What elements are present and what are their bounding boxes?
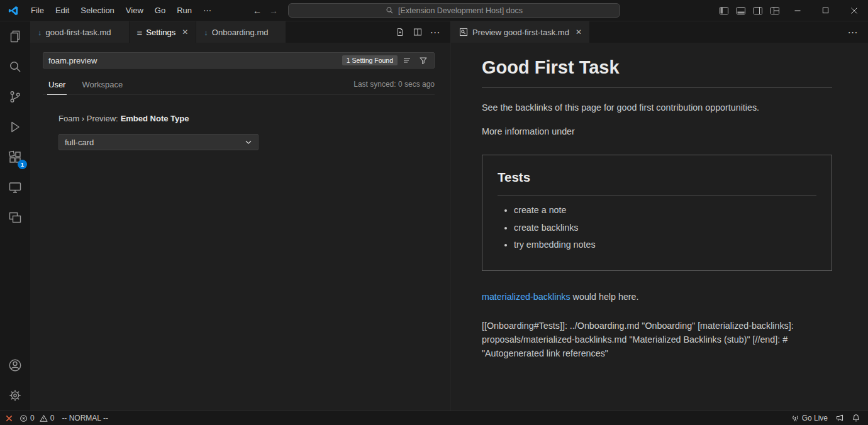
command-center-label: [Extension Development Host] docs [398, 6, 523, 15]
toggle-secondary-sidebar-icon[interactable] [749, 0, 766, 21]
settings-found-badge: 1 Setting Found [342, 55, 398, 65]
menu-selection[interactable]: Selection [75, 3, 120, 18]
search-view-icon[interactable] [0, 52, 30, 82]
errors-count: 0 [30, 414, 35, 422]
markdown-file-icon: ↓ [204, 28, 208, 37]
title-bar: File Edit Selection View Go Run ⋯ ← → [E… [0, 0, 868, 21]
status-bar-right: Go Live [787, 411, 864, 425]
remote-explorer-icon[interactable] [0, 172, 30, 202]
tab-bar-left: ↓ good-first-task.md ≡ Settings ✕ ↓ Onbo… [30, 21, 450, 43]
source-control-icon[interactable] [0, 82, 30, 112]
split-editor-icon[interactable] [410, 25, 425, 40]
vim-mode-status[interactable]: -- NORMAL -- [58, 411, 112, 425]
editor-actions-left: ⋯ [392, 21, 450, 43]
feedback-icon[interactable] [832, 411, 848, 425]
menu-go[interactable]: Go [149, 3, 171, 18]
windows-panels-icon[interactable] [0, 202, 30, 233]
markdown-preview-pane: Good First Task See the backlinks of thi… [451, 43, 868, 360]
main-area: 1 ↓ good-first-task.md [0, 21, 868, 411]
embed-note-type-select[interactable]: full-card [58, 134, 259, 150]
materialized-backlinks-link[interactable]: materialized-backlinks [482, 292, 570, 302]
embedded-note-list: create a note create backlinks try embed… [498, 204, 816, 251]
broadcast-tower-icon [791, 414, 799, 422]
back-button[interactable]: ← [250, 6, 264, 16]
filter-lines-icon[interactable] [400, 53, 414, 67]
problems-status[interactable]: 0 0 [16, 411, 58, 425]
editor-group-left: ↓ good-first-task.md ≡ Settings ✕ ↓ Onbo… [30, 21, 450, 411]
toggle-panel-icon[interactable] [732, 0, 749, 21]
editor-actions-right: ⋯ [845, 21, 868, 43]
scope-tab-user[interactable]: User [47, 77, 67, 95]
titlebar-right [715, 0, 868, 21]
embed-bullet-item: try embedding notes [514, 238, 816, 251]
embedded-note-card: Tests create a note create backlinks try… [482, 155, 832, 271]
setting-name: Embed Note Type [121, 114, 189, 123]
customize-layout-icon[interactable] [766, 0, 783, 21]
close-tab-icon[interactable]: ✕ [182, 28, 188, 36]
embedded-note-title: Tests [498, 168, 816, 196]
tab-settings[interactable]: ≡ Settings ✕ [130, 21, 197, 43]
explorer-icon[interactable] [0, 21, 30, 52]
minimize-button[interactable] [783, 0, 811, 21]
preview-paragraph: See the backlinks of this page for good … [482, 101, 832, 114]
tab-label: Preview good-first-task.md [472, 28, 569, 37]
vim-mode-label: -- NORMAL -- [62, 414, 108, 422]
markdown-preview-icon [459, 27, 469, 37]
close-tab-icon[interactable]: ✕ [576, 28, 582, 36]
editor-group-right: Preview good-first-task.md ✕ ⋯ Good Firs… [451, 21, 868, 411]
warnings-icon [40, 414, 48, 422]
toggle-sidebar-icon[interactable] [715, 0, 732, 21]
scope-tab-workspace[interactable]: Workspace [81, 77, 124, 94]
vscode-window: File Edit Selection View Go Run ⋯ ← → [E… [0, 0, 868, 425]
embed-bullet-item: create a note [514, 204, 816, 217]
tab-preview-good-first-task[interactable]: Preview good-first-task.md ✕ [451, 21, 590, 43]
run-debug-icon[interactable] [0, 112, 30, 142]
tab-onboarding[interactable]: ↓ Onboarding.md [196, 21, 286, 43]
settings-editor-icon: ≡ [137, 27, 143, 38]
settings-gear-icon[interactable] [0, 380, 30, 411]
activity-bar: 1 [0, 21, 30, 411]
menu-overflow-icon[interactable]: ⋯ [198, 3, 218, 18]
tab-bar-right: Preview good-first-task.md ✕ ⋯ [451, 21, 868, 43]
preview-paragraph: materialized-backlinks would help here. [482, 290, 832, 304]
dropdown-value: full-card [65, 138, 94, 147]
titlebar-left: File Edit Selection View Go Run ⋯ [0, 3, 218, 18]
menu-edit[interactable]: Edit [50, 3, 75, 18]
titlebar-center: ← → [Extension Development Host] docs [250, 0, 620, 21]
extensions-badge: 1 [18, 160, 27, 169]
markdown-file-icon: ↓ [38, 28, 42, 37]
menu-view[interactable]: View [120, 3, 149, 18]
vscode-logo-icon [8, 5, 19, 16]
open-settings-json-icon[interactable] [392, 25, 408, 40]
close-window-button[interactable] [840, 0, 868, 21]
account-icon[interactable] [0, 350, 30, 380]
setting-title: Foam › Preview:Embed Note Type [58, 114, 435, 123]
tab-label: good-first-task.md [46, 28, 111, 37]
funnel-filter-icon[interactable] [416, 53, 430, 67]
status-bar: 0 0 -- NORMAL -- Go Live [0, 411, 868, 425]
notifications-bell-icon[interactable] [848, 411, 864, 425]
forward-button[interactable]: → [267, 6, 281, 16]
preview-paragraph: More information under [482, 125, 832, 138]
last-synced-label: Last synced: 0 secs ago [353, 80, 435, 94]
setting-category: Foam › Preview: [58, 114, 118, 123]
errors-icon [19, 414, 28, 422]
settings-editor: foam.preview 1 Setting Found User Worksp… [30, 43, 450, 150]
more-actions-icon[interactable]: ⋯ [428, 25, 443, 40]
activity-bar-bottom [0, 350, 30, 411]
remote-indicator-icon[interactable] [3, 411, 16, 425]
maximize-button[interactable] [811, 0, 840, 21]
menu-run[interactable]: Run [171, 3, 198, 18]
menu-file[interactable]: File [25, 3, 50, 18]
tab-label: Onboarding.md [212, 28, 269, 37]
go-live-button[interactable]: Go Live [787, 411, 832, 425]
more-actions-icon[interactable]: ⋯ [845, 25, 860, 40]
embed-bullet-item: create backlinks [514, 221, 816, 235]
extensions-icon[interactable]: 1 [0, 142, 30, 172]
chevron-down-icon [244, 138, 253, 146]
setting-item-embed-note-type: Foam › Preview:Embed Note Type full-card [58, 114, 435, 150]
tab-good-first-task[interactable]: ↓ good-first-task.md [30, 21, 130, 43]
settings-search-input[interactable]: foam.preview 1 Setting Found [43, 52, 435, 69]
command-center-search[interactable]: [Extension Development Host] docs [288, 3, 620, 18]
settings-scope-tabs: User Workspace Last synced: 0 secs ago [43, 77, 435, 95]
